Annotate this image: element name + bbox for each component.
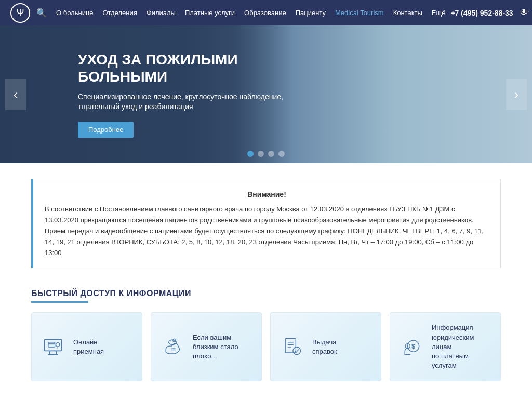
monitor-chat-icon [40,334,66,360]
quick-card-online[interactable]: Онлайнприемная [31,312,142,381]
svg-rect-13 [285,338,296,353]
quick-card-emergency[interactable]: Если вашим близким стало плохо... [151,312,262,381]
logo[interactable]: Ψ [10,3,30,23]
svg-text:$: $ [411,342,415,350]
nav-more[interactable]: Ещё [432,9,446,17]
carousel-dot-1[interactable] [247,151,254,157]
accessibility-icon[interactable]: 👁 [520,7,529,18]
hero-carousel: УХОД ЗА ПОЖИЛЫМИБОЛЬНЫМИ Специализирован… [0,25,532,163]
carousel-dots [247,151,285,157]
notice-box: Внимание! В соответствии с Постановление… [31,179,501,268]
svg-point-17 [293,347,301,355]
nav-patient[interactable]: Пациенту [296,9,326,17]
nav-paid[interactable]: Платные услуги [185,9,235,17]
quick-access-title: БЫСТРЫЙ ДОСТУП К ИНФОРМАЦИИ [31,289,501,298]
quick-card-legal-label: Информация юридическим лицампо платным у… [432,323,492,370]
nav-departments[interactable]: Отделения [102,9,137,17]
svg-line-2 [56,351,57,354]
notice-section: Внимание! В соответствии с Постановление… [0,163,532,278]
quick-card-online-label: Онлайнприемная [73,338,104,356]
nav-medical-tourism[interactable]: Medical Tourism [335,9,384,17]
svg-rect-4 [48,342,55,347]
svg-line-1 [49,351,50,354]
carousel-dot-3[interactable] [268,151,274,157]
quick-access-underline [31,301,88,303]
document-check-icon [279,334,305,360]
site-header: Ψ 🔍 О больнице Отделения Филиалы Платные… [0,0,532,25]
carousel-prev-button[interactable]: ‹ [5,79,26,110]
svg-point-7 [56,343,60,347]
map-section: КАРТА ФИЛИАЛОВ [0,397,532,399]
quick-access-section: БЫСТРЫЙ ДОСТУП К ИНФОРМАЦИИ Онлайнприемн… [0,278,532,397]
monitor-chat-svg [42,336,64,358]
search-icon[interactable]: 🔍 [36,8,47,18]
quick-card-emergency-label: Если вашим близким стало плохо... [193,333,253,362]
carousel-dot-4[interactable] [278,151,285,157]
nav-branches[interactable]: Филиалы [147,9,176,17]
svg-point-9 [169,340,177,344]
coin-legal-svg: $ [400,336,423,358]
quick-cards-container: Онлайнприемная Если вашим близким стало … [31,312,501,381]
hands-help-svg [161,336,184,358]
nav-about[interactable]: О больнице [56,9,93,17]
quick-card-certificates[interactable]: Выдачасправок [270,312,381,381]
quick-card-certificates-label: Выдачасправок [312,338,337,356]
carousel-next-button[interactable]: › [506,79,527,110]
hero-content: УХОД ЗА ПОЖИЛЫМИБОЛЬНЫМИ Специализирован… [78,51,296,138]
hero-subtitle: Специализированное лечение, круглосуточн… [78,92,296,112]
hands-help-icon [159,334,185,360]
carousel-dot-2[interactable] [258,151,264,157]
notice-title: Внимание! [45,189,489,200]
hero-details-button[interactable]: Подробнее [78,122,134,138]
main-nav: О больнице Отделения Филиалы Платные усл… [56,9,445,17]
coin-legal-icon: $ [398,334,424,360]
nav-contacts[interactable]: Контакты [393,9,422,17]
hero-title: УХОД ЗА ПОЖИЛЫМИБОЛЬНЫМИ [78,51,296,86]
document-check-svg [281,336,303,358]
notice-text: В соответствии с Постановлением главного… [45,204,489,258]
nav-education[interactable]: Образование [244,9,286,17]
quick-card-legal[interactable]: $ Информация юридическим лицампо платным… [390,312,501,381]
phone-number: +7 (495) 952-88-33 [450,9,513,17]
